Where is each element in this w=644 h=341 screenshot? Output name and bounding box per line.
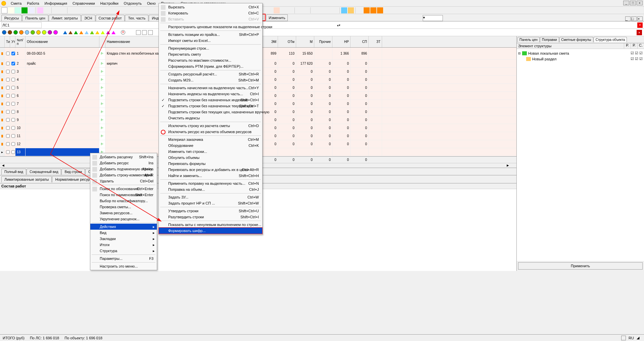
scroll-arrows[interactable]: ▴▾ [337,23,340,27]
tool-icon[interactable] [96,7,102,13]
save-icon[interactable] [15,7,21,13]
menu-sprav[interactable]: Справочники [70,1,98,6]
col-em[interactable]: ЭМ [260,36,278,47]
menu-item[interactable]: Утвердить строкиShift+Ctrl+U [159,208,262,214]
menu-item[interactable]: Поправка на объем...Ctrl+J [159,186,262,192]
color-tri[interactable] [79,31,83,34]
tree-item[interactable]: ⊟ Новая локальная смета ☑ ☑ ☑ [518,50,643,56]
tool-icon[interactable] [60,7,66,13]
menu-item[interactable]: Действия▸ [90,224,157,230]
color-circle[interactable] [53,30,58,35]
color-circle[interactable] [13,30,18,35]
menu-item[interactable]: Изменить тип строки... [159,149,262,155]
color-circle[interactable] [25,30,29,35]
open-icon[interactable] [8,7,14,13]
menu-item[interactable]: Рассчитать по макс\мин стоимости... [159,57,262,63]
color-tri[interactable] [95,31,99,34]
tab-full-view[interactable]: Полный вид [1,169,26,175]
col-sp[interactable]: СП [351,36,369,47]
menu-item[interactable]: УдалитьCtrl+Del [90,178,157,184]
color-tri[interactable] [101,31,105,34]
tool-icon[interactable] [357,7,363,13]
menu-item[interactable]: Создать ресурсный расчёт...Shift+Ctrl+R [159,71,262,77]
close-button[interactable]: × [637,1,643,5]
tool-icon[interactable] [325,7,331,13]
menu-item[interactable]: Вид▸ [90,230,157,236]
color-circle[interactable] [42,30,46,35]
book-icon[interactable] [274,7,280,13]
new-icon[interactable] [1,7,7,13]
col-nr[interactable]: НР [332,36,351,47]
menu-item[interactable]: Очистить индексы [159,115,262,121]
apply-button[interactable]: Применить [518,262,643,270]
book-icon[interactable] [341,7,347,13]
menu-item[interactable]: Назначить начисления на выделенную часть… [159,85,262,91]
tab-sostav[interactable]: Состав работ [96,15,125,21]
grid-icon[interactable] [136,30,141,35]
menu-item[interactable]: Назначить индексы на выделенную часть...… [159,91,262,97]
menu-smeta[interactable]: Смета [8,1,24,6]
menu-item[interactable]: Пересчитать смету [159,51,262,57]
col-pr[interactable]: Прочие [314,36,332,47]
menu-item[interactable]: Обнулить объемы [159,155,262,161]
color-circle[interactable] [8,30,12,35]
menu-item[interactable]: Сформировать РТМ (прим. для ФЕР/ТЕР)... [159,63,262,69]
col-obos[interactable]: Обоснование [26,36,99,47]
minimize-inner-button[interactable]: _ [625,16,631,21]
col-ti[interactable]: Ти [5,36,10,47]
color-circle[interactable] [19,30,24,35]
menu-item[interactable]: ВставитьCtrl+V [159,16,262,22]
tab-limit-costs[interactable]: Лимитированные затраты [1,176,52,182]
menu-item[interactable]: Импорт сметы из Excel... [159,38,262,44]
rtab-formulas[interactable]: Сметные формулы [559,37,593,42]
rtab-prices[interactable]: Панель цен [517,37,540,42]
menu-item[interactable]: Добавить расценкуShift+Ins [90,154,157,160]
menu-item[interactable]: Перевязать формулы [159,161,262,167]
col-npp[interactable]: №п/п [15,36,26,47]
minimize-button[interactable]: _ [623,1,629,5]
color-tri[interactable] [111,31,116,34]
menu-item[interactable]: Применить поправку на выделенную часть..… [159,180,262,186]
menu-item[interactable]: Поиск по наименованиюShift+Enter [90,192,157,198]
menu-item[interactable]: Итоги▸ [90,242,157,248]
menu-item[interactable]: Показать акты с ненулевым выполнением по… [159,222,262,228]
dropdown[interactable]: ▾ [423,15,443,21]
resize-grip-icon[interactable]: ◢ [637,336,641,340]
grid-icon[interactable] [142,30,147,35]
menu-rabota[interactable]: Работа [24,1,42,6]
tool-icon[interactable] [82,7,88,13]
tool-icon[interactable] [102,7,108,13]
tab-limit[interactable]: Лимит. затраты [49,15,81,21]
menu-item[interactable]: Создать М29...Shift+Ctrl+M [159,77,262,83]
menu-item[interactable]: Перевязать все ресурсы и добавить их в ц… [159,167,262,173]
menu-item[interactable]: Добавить подчиненную строкуAlt+Ins [90,166,157,172]
color-tri[interactable] [90,31,94,34]
restore-button[interactable]: □ [630,1,636,5]
book-icon[interactable] [348,7,354,13]
tool-icon[interactable] [312,7,318,13]
color-tri[interactable] [63,31,67,34]
color-tri[interactable] [74,31,78,34]
cloud-icon[interactable] [364,7,370,13]
menu-item[interactable]: Исключить строку из расчета сметыCtrl+D [159,123,262,129]
clear-circle-icon[interactable]: × [121,30,125,35]
tool-icon[interactable] [53,7,59,13]
tool-icon[interactable] [296,7,302,13]
tool-icon[interactable] [287,7,293,13]
cloud-icon[interactable] [370,7,376,13]
menu-item[interactable]: Добавить строку-комментарийAlt+R [90,172,157,178]
col-m[interactable]: М [296,36,314,47]
col-otm[interactable]: ОТм [278,36,296,47]
tree-col-s[interactable]: С. [637,43,644,49]
tool-icon[interactable] [44,7,50,13]
menu-window[interactable]: Окно [144,1,158,6]
tool-icon[interactable] [332,7,338,13]
tool-icon[interactable] [280,7,286,13]
tree-item[interactable]: Новый раздел ☑ ☑ ☑ [518,56,643,62]
print-icon[interactable] [28,7,34,13]
menu-item[interactable]: Задать процент НР и СП ...Shift+Ctrl+W [159,200,262,206]
menu-item[interactable]: КопироватьCtrl+C [159,10,262,16]
tab-short-view[interactable]: Сокращенный вид [27,169,61,175]
tree-head-el[interactable]: Элемент структуры [517,43,624,49]
color-circle[interactable] [36,30,41,35]
